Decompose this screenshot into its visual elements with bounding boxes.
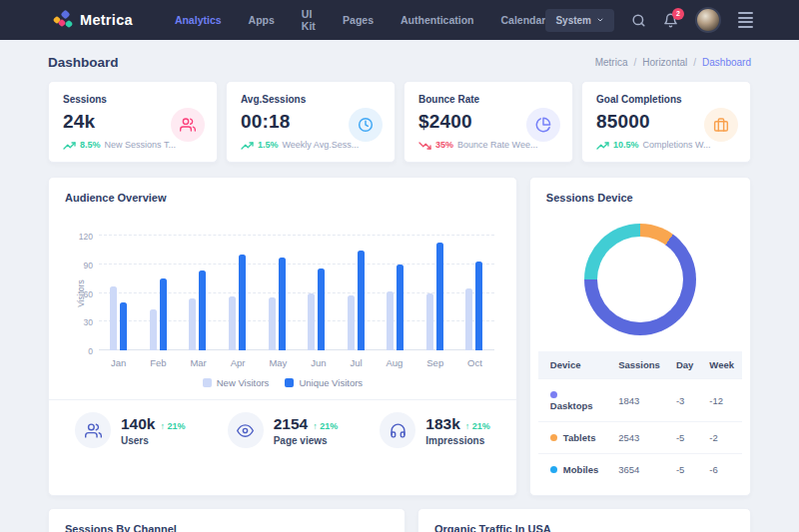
chevron-down-icon [596,16,604,24]
mini-stat-value: 140k [121,415,155,433]
device-week: -6 [701,454,742,486]
bar [150,309,157,350]
breadcrumb-separator: / [633,57,636,68]
page-header: Dashboard Metrica/ Horizontal/ Dashboard [0,40,799,81]
users-icon [171,108,205,142]
tablets-dot-icon [550,434,557,441]
bar-group-aug [387,236,403,350]
mini-stat-change: ↑ 21% [313,421,338,431]
sessions-by-channel-title: Sessions By Channel [65,523,389,532]
menu-item-calendar[interactable]: Calendar [500,14,545,26]
legend-item: Unique Visitors [285,377,363,388]
device-name: Tablets [563,432,596,443]
audience-bar-chart: Visitors 0306090120 [99,236,494,350]
x-tick-label: Apr [231,357,246,368]
menu-item-ui-kit[interactable]: UI Kit [302,8,316,32]
breadcrumb-item[interactable]: Metrica [595,57,628,68]
pie-chart-icon [526,108,560,142]
stat-trend-percent: 35% [435,140,453,150]
sessions-device-title: Sessions Device [546,192,734,204]
table-row: Tablets 2543 -5 -2 [538,422,742,454]
mini-stat-change: ↑ 21% [160,421,185,431]
stat-trend: 1.5% Weekly Avg.Sess... [241,140,381,150]
bar [358,251,365,350]
stat-trend-percent: 8.5% [80,140,101,150]
stat-card-avg-sessions: Avg.Sessions 00:18 1.5% Weekly Avg.Sess.… [226,81,396,163]
bar-group-jan [110,236,127,350]
bar-group-feb [150,236,167,350]
bar-group-may [269,236,286,350]
mini-stat-value: 2154 [274,415,308,433]
bar [348,295,355,350]
notifications-bell-icon[interactable]: 2 [663,13,678,28]
user-avatar[interactable] [695,7,721,33]
users-icon [75,412,111,448]
bar [397,265,403,350]
desktops-dot-icon [550,391,557,398]
x-tick-label: Mar [190,357,206,368]
bar [160,278,167,350]
x-tick-label: Feb [150,357,166,368]
bar-group-jun [308,236,325,350]
x-tick-label: Oct [467,357,482,368]
menu-item-apps[interactable]: Apps [249,14,275,26]
sessions-device-table: Device Sassions Day Week Dasktops 1843 -… [538,351,742,485]
device-name: Dasktops [550,400,593,411]
bar [120,302,127,350]
bar [475,262,482,350]
breadcrumb-separator: / [693,57,696,68]
audience-overview-card: Audience Overview Visitors 0306090120 Ja… [48,177,517,496]
breadcrumb-item[interactable]: Horizontal [642,57,687,68]
x-tick-label: Jul [350,357,362,368]
bar [387,291,394,350]
bar-chart-bars [99,236,494,350]
clock-icon [349,108,383,142]
menu-item-analytics[interactable]: Analytics [175,14,222,26]
sessions-by-channel-card: Sessions By Channel Organic Search Socia… [48,508,405,532]
stat-trend-desc: Bounce Rate Wee... [457,140,537,150]
x-tick-label: Aug [386,357,402,368]
menu-item-pages[interactable]: Pages [343,14,374,26]
briefcase-icon [704,108,738,142]
brand[interactable]: Metrica [54,11,133,30]
navbar-actions: System 2 [545,7,753,33]
x-tick-label: May [269,357,287,368]
bar [110,286,117,350]
metrica-logo-icon [54,11,73,30]
device-day: -3 [668,379,701,422]
system-dropdown[interactable]: System [545,9,614,32]
main-row: Audience Overview Visitors 0306090120 Ja… [48,177,751,496]
device-week: -2 [701,422,742,454]
stat-cards-row: Sessions 24k 8.5% New Sessions T... Avg.… [48,81,751,163]
organic-traffic-usa-card: Organic Traffic In USA + [417,508,751,532]
stat-card-goal-completions: Goal Completions 85000 10.5% Completions… [581,81,751,163]
menu-toggle-icon[interactable] [738,12,753,28]
bar [308,293,315,351]
stat-card-sessions: Sessions 24k 8.5% New Sessions T... [48,81,218,163]
brand-name: Metrica [80,12,133,28]
bar [269,297,276,350]
bar [239,255,246,350]
legend-item: New Visitors [203,377,270,388]
bar [436,243,443,350]
headphones-icon [380,412,415,448]
stat-trend-desc: New Sessions T... [105,140,176,150]
stat-title: Goal Completions [596,94,736,105]
stat-title: Avg.Sessions [241,94,381,105]
menu-item-authentication[interactable]: Authentication [400,14,474,26]
table-row: Dasktops 1843 -3 -12 [538,379,742,422]
mini-stat-label: Page views [274,435,339,446]
bar [279,258,286,350]
search-icon[interactable] [631,13,646,28]
sessions-device-card: Sessions Device Device Sassions Day Week… [529,177,751,496]
table-header-row: Device Sassions Day Week [538,351,742,379]
bottom-row: Sessions By Channel Organic Search Socia… [48,508,751,532]
bar [229,296,236,350]
mini-stat-change: ↑ 21% [465,421,490,431]
stat-title: Sessions [63,94,203,105]
audience-overview-title: Audience Overview [65,192,500,204]
bar-group-jul [348,236,365,350]
mini-stat-label: Impressions [425,435,490,446]
bar [199,270,206,351]
stat-title: Bounce Rate [418,94,558,105]
